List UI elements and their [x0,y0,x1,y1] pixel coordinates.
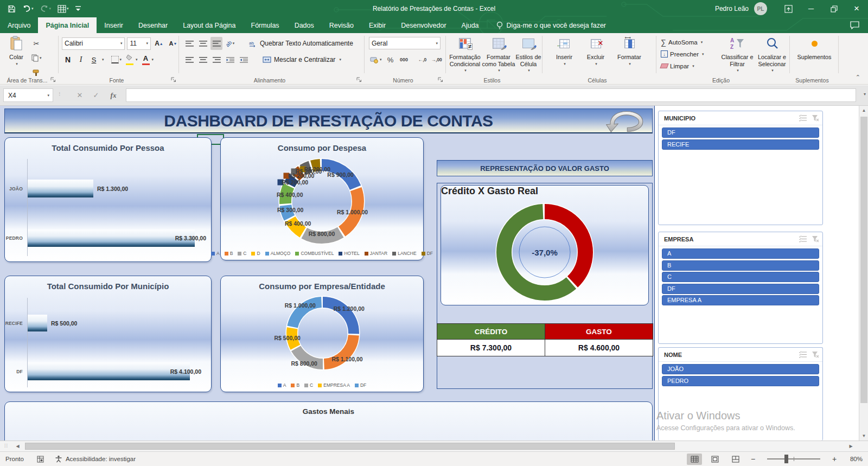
minimize-button[interactable]: ─ [800,0,822,17]
vertical-scrollbar[interactable]: ▲ ▼ [859,106,868,441]
insert-cells-button[interactable]: ← Inserir ▾ [550,35,578,67]
collapse-ribbon-button[interactable]: ⌃ [856,74,860,81]
borders-button[interactable]: ▾ [110,53,123,66]
user-name[interactable]: Pedro Leão [715,5,749,12]
tell-me-box[interactable]: Diga-me o que você deseja fazer [496,17,606,33]
decrease-indent-button[interactable] [224,53,236,66]
name-box[interactable]: X4▾ [3,88,53,102]
scroll-up-arrow[interactable]: ▲ [859,106,868,115]
normal-view-button[interactable] [687,454,702,465]
font-name-select[interactable]: Calibri▾ [62,37,125,50]
ribbon-display-options-button[interactable] [777,0,800,17]
horizontal-scrollbar[interactable]: ⁞⁞ ◀ ▶ [0,441,868,451]
tab-desenvolvedor[interactable]: Desenvolvedor [393,17,454,33]
bold-button[interactable]: N [62,53,74,66]
scroll-down-arrow[interactable]: ▼ [859,431,868,441]
slicer-item-b[interactable]: B [662,260,819,271]
find-select-button[interactable]: Localizar e Selecionar ▾ [755,35,789,74]
slicer-item-df[interactable]: DF [662,284,819,294]
slicer-item-a[interactable]: A [662,248,819,259]
zoom-slider[interactable] [767,458,820,459]
formula-input[interactable] [126,88,856,102]
font-color-button[interactable]: A▾ [140,53,155,66]
multiselect-icon[interactable] [799,235,807,242]
slicer-item-recife[interactable]: RECIFE [662,139,819,150]
zoom-slider-thumb[interactable] [784,455,788,463]
format-cells-button[interactable]: ⟷ Formatar ▾ [613,35,646,67]
increase-font-button[interactable]: A▲ [153,37,165,50]
slicer-item-pedro[interactable]: PEDRO [662,376,819,386]
accounting-format-button[interactable]: ▾ [369,53,383,66]
clear-filter-icon[interactable] [812,114,819,122]
page-layout-view-button[interactable] [707,454,723,465]
avatar[interactable]: PL [754,2,767,15]
merge-center-button[interactable]: Mesclar e Centralizar▾ [261,53,342,66]
fill-button[interactable]: ↓Preencher▾ [661,49,704,59]
autosum-button[interactable]: ∑AutoSoma▾ [661,37,704,47]
save-button[interactable] [5,3,18,15]
page-break-view-button[interactable] [728,454,743,465]
slicer-item-joão[interactable]: JOÃO [662,364,819,374]
tab-inserir[interactable]: Inserir [97,17,131,33]
font-size-select[interactable]: 11▾ [127,37,151,50]
undo-button[interactable]: ▾ [20,3,36,14]
scroll-right-arrow[interactable]: ▶ [846,442,856,451]
insert-function-button[interactable]: fx [106,88,120,102]
align-right-button[interactable] [210,53,222,66]
clear-filter-icon[interactable] [812,351,819,358]
confirm-entry-button[interactable]: ✓ [89,88,103,102]
chart-card-despesa[interactable]: Consumo por Despesa R$ 900,00R$ 1.000,00… [220,137,424,260]
tab-fórmulas[interactable]: Fórmulas [244,17,287,33]
clear-button[interactable]: Limpar▾ [661,61,704,71]
percent-style-button[interactable]: % [385,53,397,66]
slicer-empresa[interactable]: EMPRESA ABCDFEMPRESA A [658,232,823,344]
cell-styles-button[interactable]: Estilos de Célula ▾ [515,35,541,74]
align-middle-button[interactable] [197,37,209,50]
cancel-entry-button[interactable]: ✕ [73,88,87,102]
zoom-out-button[interactable]: − [749,455,757,463]
format-as-table-button[interactable]: Formatar como Tabela ▾ [482,35,515,74]
expand-formula-bar-icon[interactable]: ▾ [864,92,866,97]
chart-card-gastos-menais[interactable]: Gastos Menais [4,401,653,441]
slicer-municipio[interactable]: MUNICIPIO DFRECIFE [658,111,823,225]
zoom-in-button[interactable]: + [830,455,839,463]
decrease-font-button[interactable]: A▼ [167,37,179,50]
accessibility-status[interactable]: Acessibilidade: investigar [55,455,136,463]
conditional-formatting-button[interactable]: ≠ Formatação Condicional ▾ [449,35,481,74]
slicer-item-df[interactable]: DF [662,127,819,138]
scroll-left-arrow[interactable]: ◀ [13,442,22,451]
slicer-item-c[interactable]: C [662,272,819,282]
wrap-text-button[interactable]: ab Quebrar Texto Automaticamente [248,37,354,50]
close-button[interactable]: × [845,0,868,17]
paste-button[interactable]: Colar ▾ [4,35,28,67]
tab-página-inicial[interactable]: Página Inicial [38,17,97,33]
align-center-button[interactable] [197,53,209,66]
delete-cells-button[interactable]: ✕ Excluir ▾ [582,35,610,67]
cut-button[interactable]: ✂ [30,37,42,50]
restore-button[interactable] [822,0,845,17]
align-bottom-button[interactable] [210,37,222,50]
comments-icon[interactable] [850,21,859,29]
slicer-nome[interactable]: NOME JOÃOPEDRO [658,347,823,441]
comma-style-button[interactable]: 000 [398,53,410,66]
tab-ajuda[interactable]: Ajuda [454,17,487,33]
tab-exibir[interactable]: Exibir [361,17,393,33]
table-tool-button[interactable]: ▾ [55,3,71,15]
sheet-tab-splitter[interactable]: ⁞⁞ [4,443,8,449]
fill-color-button[interactable]: ▾ [124,53,139,66]
multiselect-icon[interactable] [799,351,807,358]
chart-card-credito[interactable]: Crédito X Gasto Real -37,0% [441,185,649,305]
align-left-button[interactable] [183,53,195,66]
sort-filter-button[interactable]: AZ Classificar e Filtrar ▾ [720,35,754,74]
tab-arquivo[interactable]: Arquivo [0,17,38,33]
gasto-panel[interactable]: Crédito X Gasto Real -37,0% CRÉDITO GAST… [437,183,653,389]
decrease-decimal-button[interactable]: →,00 [430,53,443,66]
vertical-scroll-thumb[interactable] [860,117,867,403]
redo-button[interactable]: ▾ [38,3,54,14]
customize-quick-access-button[interactable] [73,4,83,14]
slicer-item-empresa-a[interactable]: EMPRESA A [662,295,819,305]
orientation-button[interactable]: ab▾ [224,37,236,50]
clear-filter-icon[interactable] [812,235,819,242]
horizontal-scroll-thumb[interactable] [25,443,675,450]
macro-record-button[interactable] [37,456,44,463]
